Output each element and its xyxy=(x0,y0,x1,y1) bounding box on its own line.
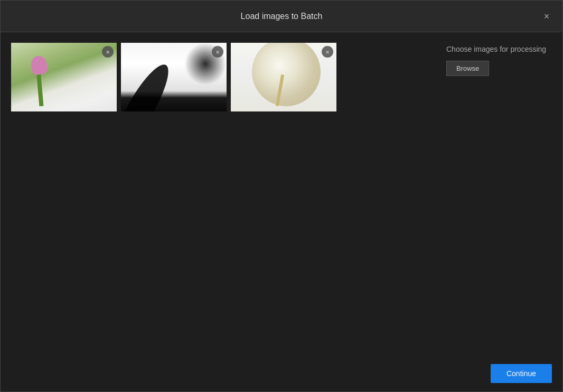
sidebar-instruction-label: Choose images for processing xyxy=(446,45,552,53)
dialog-body: × × × Choose images for processing Brows… xyxy=(1,32,562,356)
images-area: × × × xyxy=(11,43,425,345)
image-thumbnail: × xyxy=(231,43,336,111)
image-thumbnail: × xyxy=(121,43,227,111)
dialog-title: Load images to Batch xyxy=(241,12,323,21)
remove-image-button[interactable]: × xyxy=(102,46,114,58)
sidebar-panel: Choose images for processing Browse xyxy=(446,43,552,345)
dialog-header: Load images to Batch × xyxy=(1,1,562,32)
continue-button[interactable]: Continue xyxy=(491,364,552,383)
dialog-close-button[interactable]: × xyxy=(539,9,554,24)
thumbnail-preview xyxy=(121,43,227,111)
image-thumbnail: × xyxy=(11,43,117,111)
remove-image-button[interactable]: × xyxy=(322,46,333,58)
browse-button[interactable]: Browse xyxy=(446,61,489,76)
dialog-footer: Continue xyxy=(1,356,562,391)
thumbnail-preview xyxy=(231,43,336,111)
load-images-dialog: Load images to Batch × × × × Choose xyxy=(0,0,563,392)
remove-image-button[interactable]: × xyxy=(212,46,223,58)
thumbnail-preview xyxy=(11,43,117,111)
